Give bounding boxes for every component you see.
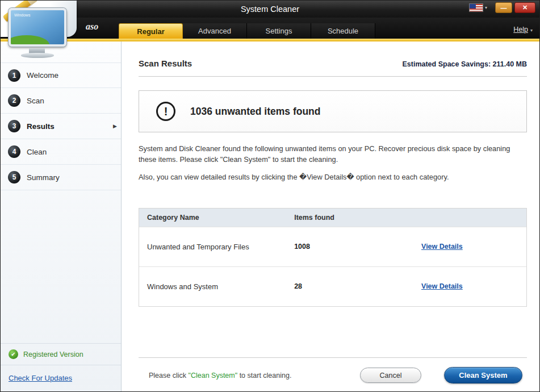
sidebar-item-welcome[interactable]: 1 Welcome (1, 62, 121, 88)
step-number-badge: 1 (8, 69, 20, 82)
tab-bar: aso Regular Advanced Settings Schedule H… (1, 18, 539, 39)
check-icon: ✔ (9, 349, 18, 359)
table-row: Unwanted and Temporary Files 1008 View D… (139, 227, 526, 266)
exclamation-icon: ! (156, 102, 175, 121)
view-details-link[interactable]: View Details (418, 243, 526, 251)
items-found-count: 1008 (286, 243, 418, 251)
main-panel: Scan Results Estimated Space Savings: 21… (122, 41, 539, 392)
space-savings-label: Estimated Space Savings: 211.40 MB (402, 60, 527, 68)
sidebar-item-summary[interactable]: 5 Summary (1, 165, 121, 190)
step-label: Summary (27, 173, 60, 182)
step-number-badge: 4 (8, 145, 20, 158)
tab-settings[interactable]: Settings (247, 23, 311, 39)
window-title: System Cleaner (241, 5, 299, 14)
help-menu[interactable]: Help▾ (513, 26, 533, 34)
note-prefix: Please click (149, 372, 188, 380)
clean-system-button[interactable]: Clean System (444, 367, 522, 383)
details-hint-text: Also, you can view detailed results by c… (139, 172, 527, 183)
tab-label: Settings (266, 27, 292, 35)
steps-sidebar: 1 Welcome 2 Scan 3 Results ▶ 4 Clean 5 (1, 41, 122, 392)
brand-text: aso (86, 22, 98, 32)
step-number-badge: 5 (8, 171, 20, 184)
table-header-row: Category Name Items found (139, 208, 526, 227)
active-step-arrow-icon: ▶ (113, 123, 117, 129)
tab-label: Advanced (198, 27, 231, 35)
close-button[interactable]: ✕ (514, 2, 535, 13)
help-label: Help (513, 26, 528, 34)
tab-schedule[interactable]: Schedule (311, 23, 375, 39)
main-header: Scan Results Estimated Space Savings: 21… (139, 59, 527, 68)
minimize-button[interactable]: — (495, 2, 512, 13)
tab-label: Schedule (328, 27, 358, 35)
action-bar: Please click "Clean System" to start cle… (139, 357, 527, 392)
chevron-down-icon: ▾ (485, 5, 487, 10)
tab-advanced[interactable]: Advanced (183, 23, 247, 39)
check-for-updates-link[interactable]: Check For Updates (9, 374, 72, 382)
titlebar[interactable]: System Cleaner ▾ — ✕ (1, 1, 539, 18)
steps-list: 1 Welcome 2 Scan 3 Results ▶ 4 Clean 5 (1, 62, 121, 190)
step-label: Clean (27, 148, 47, 156)
tab-label: Regular (137, 27, 164, 36)
close-icon: ✕ (522, 4, 528, 11)
table-row: Windows and System 28 View Details (139, 266, 526, 306)
updates-row: Check For Updates (1, 365, 121, 392)
sidebar-item-scan[interactable]: 2 Scan (1, 88, 121, 114)
registered-version-label: Registered Version (23, 351, 83, 358)
step-label: Scan (27, 97, 44, 105)
minimize-icon: — (501, 5, 507, 11)
step-label: Results (27, 122, 55, 131)
col-header-category: Category Name (139, 214, 286, 222)
step-label: Welcome (27, 71, 58, 80)
note-highlight: "Clean System" (188, 372, 237, 380)
divider (139, 76, 527, 77)
page-title: Scan Results (139, 59, 192, 68)
footer-note: Please click "Clean System" to start cle… (149, 372, 360, 380)
description-text: System and Disk Cleaner found the follow… (139, 144, 527, 165)
step-number-badge: 3 (8, 120, 20, 132)
us-flag-icon (469, 3, 483, 12)
category-name: Windows and System (139, 282, 286, 291)
step-number-badge: 2 (8, 94, 20, 107)
note-suffix: to start cleaning. (237, 372, 291, 380)
tabs: Regular Advanced Settings Schedule (119, 23, 375, 39)
registered-version-status: ✔ Registered Version (1, 343, 121, 365)
chevron-down-icon: ▾ (530, 28, 533, 33)
app-window: System Cleaner ▾ — ✕ aso Regular Advance… (0, 0, 540, 392)
results-table: Category Name Items found Unwanted and T… (139, 208, 527, 307)
sidebar-footer: ✔ Registered Version Check For Updates (1, 343, 121, 392)
tab-regular[interactable]: Regular (119, 23, 183, 39)
sidebar-item-results[interactable]: 3 Results ▶ (1, 114, 121, 139)
items-found-banner: ! 1036 unwanted items found (139, 90, 527, 132)
titlebar-controls: ▾ — ✕ (469, 2, 535, 13)
items-found-count: 28 (286, 282, 418, 290)
sidebar-item-clean[interactable]: 4 Clean (1, 139, 121, 165)
items-found-text: 1036 unwanted items found (190, 106, 320, 118)
category-name: Unwanted and Temporary Files (139, 243, 286, 251)
col-header-items-found: Items found (286, 214, 418, 222)
window-body: 1 Welcome 2 Scan 3 Results ▶ 4 Clean 5 (1, 41, 539, 392)
cancel-button[interactable]: Cancel (360, 368, 421, 383)
view-details-link[interactable]: View Details (418, 282, 526, 290)
language-selector[interactable]: ▾ (469, 3, 487, 12)
